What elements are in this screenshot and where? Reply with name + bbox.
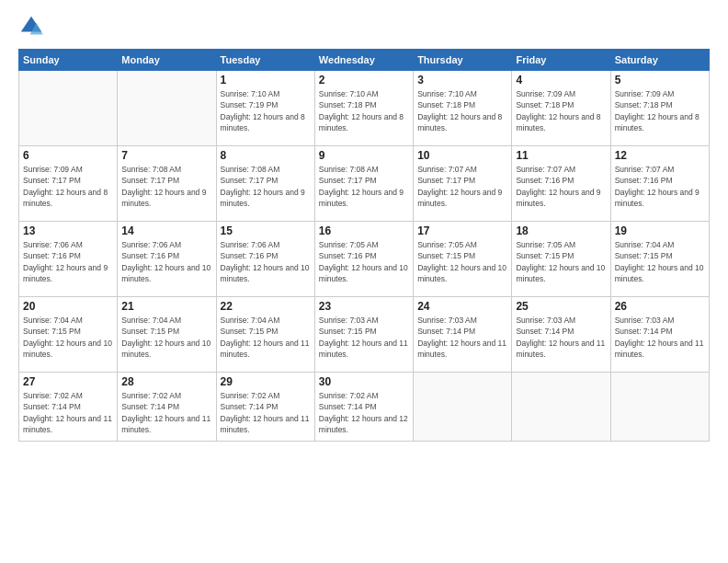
calendar-cell: 3Sunrise: 7:10 AMSunset: 7:18 PMDaylight… <box>414 71 512 146</box>
day-info: Sunrise: 7:02 AMSunset: 7:14 PMDaylight:… <box>221 390 311 435</box>
day-number: 22 <box>221 300 311 313</box>
day-number: 1 <box>221 74 311 86</box>
calendar-cell: 2Sunrise: 7:10 AMSunset: 7:18 PMDaylight… <box>314 71 413 146</box>
day-header-thursday: Thursday <box>414 50 512 71</box>
week-row-3: 20Sunrise: 7:04 AMSunset: 7:15 PMDayligh… <box>19 297 710 373</box>
day-number: 6 <box>23 149 113 162</box>
day-number: 10 <box>417 149 507 162</box>
calendar-cell: 21Sunrise: 7:04 AMSunset: 7:15 PMDayligh… <box>118 297 216 373</box>
day-info: Sunrise: 7:02 AMSunset: 7:14 PMDaylight:… <box>121 390 211 435</box>
calendar-header-row: SundayMondayTuesdayWednesdayThursdayFrid… <box>19 50 710 71</box>
day-number: 27 <box>23 375 113 388</box>
week-row-0: 1Sunrise: 7:10 AMSunset: 7:19 PMDaylight… <box>19 71 710 146</box>
calendar-cell <box>610 373 709 442</box>
day-number: 29 <box>221 375 311 388</box>
day-info: Sunrise: 7:03 AMSunset: 7:14 PMDaylight:… <box>417 315 507 360</box>
day-number: 25 <box>516 300 606 313</box>
calendar-cell: 6Sunrise: 7:09 AMSunset: 7:17 PMDaylight… <box>19 146 118 222</box>
calendar-cell: 25Sunrise: 7:03 AMSunset: 7:14 PMDayligh… <box>512 297 610 373</box>
day-header-sunday: Sunday <box>19 50 118 71</box>
day-number: 24 <box>417 300 507 313</box>
calendar-cell <box>118 71 216 146</box>
calendar-cell: 19Sunrise: 7:04 AMSunset: 7:15 PMDayligh… <box>610 222 709 297</box>
calendar-cell: 11Sunrise: 7:07 AMSunset: 7:16 PMDayligh… <box>512 146 610 222</box>
day-info: Sunrise: 7:07 AMSunset: 7:16 PMDaylight:… <box>615 164 705 209</box>
day-number: 12 <box>615 149 705 162</box>
calendar-cell: 24Sunrise: 7:03 AMSunset: 7:14 PMDayligh… <box>414 297 512 373</box>
calendar-cell: 13Sunrise: 7:06 AMSunset: 7:16 PMDayligh… <box>19 222 118 297</box>
day-number: 4 <box>516 74 606 86</box>
calendar-cell: 5Sunrise: 7:09 AMSunset: 7:18 PMDaylight… <box>610 71 709 146</box>
day-info: Sunrise: 7:07 AMSunset: 7:16 PMDaylight:… <box>516 164 606 209</box>
day-header-tuesday: Tuesday <box>216 50 314 71</box>
day-number: 14 <box>121 224 211 237</box>
day-number: 20 <box>23 300 113 313</box>
day-info: Sunrise: 7:10 AMSunset: 7:18 PMDaylight:… <box>319 88 409 133</box>
day-header-monday: Monday <box>118 50 216 71</box>
day-info: Sunrise: 7:03 AMSunset: 7:14 PMDaylight:… <box>615 315 705 360</box>
calendar-cell <box>414 373 512 442</box>
day-info: Sunrise: 7:04 AMSunset: 7:15 PMDaylight:… <box>615 239 705 284</box>
day-info: Sunrise: 7:02 AMSunset: 7:14 PMDaylight:… <box>319 390 409 435</box>
day-info: Sunrise: 7:10 AMSunset: 7:18 PMDaylight:… <box>417 88 507 133</box>
day-number: 28 <box>121 375 211 388</box>
day-info: Sunrise: 7:10 AMSunset: 7:19 PMDaylight:… <box>221 88 311 133</box>
calendar-cell: 27Sunrise: 7:02 AMSunset: 7:14 PMDayligh… <box>19 373 118 442</box>
day-info: Sunrise: 7:06 AMSunset: 7:16 PMDaylight:… <box>121 239 211 284</box>
day-number: 30 <box>319 375 409 388</box>
header <box>18 14 710 40</box>
day-number: 2 <box>319 74 409 86</box>
calendar-cell: 8Sunrise: 7:08 AMSunset: 7:17 PMDaylight… <box>216 146 314 222</box>
calendar-cell: 9Sunrise: 7:08 AMSunset: 7:17 PMDaylight… <box>314 146 413 222</box>
calendar-cell: 12Sunrise: 7:07 AMSunset: 7:16 PMDayligh… <box>610 146 709 222</box>
day-number: 17 <box>417 224 507 237</box>
day-info: Sunrise: 7:09 AMSunset: 7:18 PMDaylight:… <box>516 88 606 133</box>
day-number: 19 <box>615 224 705 237</box>
day-number: 15 <box>221 224 311 237</box>
day-info: Sunrise: 7:02 AMSunset: 7:14 PMDaylight:… <box>23 390 113 435</box>
day-info: Sunrise: 7:09 AMSunset: 7:18 PMDaylight:… <box>615 88 705 133</box>
day-header-wednesday: Wednesday <box>314 50 413 71</box>
calendar-cell: 30Sunrise: 7:02 AMSunset: 7:14 PMDayligh… <box>314 373 413 442</box>
day-number: 26 <box>615 300 705 313</box>
day-info: Sunrise: 7:06 AMSunset: 7:16 PMDaylight:… <box>23 239 113 284</box>
day-info: Sunrise: 7:04 AMSunset: 7:15 PMDaylight:… <box>221 315 311 360</box>
day-number: 5 <box>615 74 705 86</box>
calendar-cell: 17Sunrise: 7:05 AMSunset: 7:15 PMDayligh… <box>414 222 512 297</box>
calendar-cell: 20Sunrise: 7:04 AMSunset: 7:15 PMDayligh… <box>19 297 118 373</box>
day-info: Sunrise: 7:08 AMSunset: 7:17 PMDaylight:… <box>121 164 211 209</box>
calendar-cell: 15Sunrise: 7:06 AMSunset: 7:16 PMDayligh… <box>216 222 314 297</box>
calendar-cell <box>512 373 610 442</box>
day-info: Sunrise: 7:05 AMSunset: 7:15 PMDaylight:… <box>417 239 507 284</box>
day-info: Sunrise: 7:06 AMSunset: 7:16 PMDaylight:… <box>221 239 311 284</box>
calendar-cell: 7Sunrise: 7:08 AMSunset: 7:17 PMDaylight… <box>118 146 216 222</box>
logo <box>18 14 48 40</box>
day-number: 8 <box>221 149 311 162</box>
day-number: 11 <box>516 149 606 162</box>
calendar-cell: 22Sunrise: 7:04 AMSunset: 7:15 PMDayligh… <box>216 297 314 373</box>
day-number: 16 <box>319 224 409 237</box>
day-info: Sunrise: 7:04 AMSunset: 7:15 PMDaylight:… <box>121 315 211 360</box>
calendar-cell: 18Sunrise: 7:05 AMSunset: 7:15 PMDayligh… <box>512 222 610 297</box>
day-info: Sunrise: 7:09 AMSunset: 7:17 PMDaylight:… <box>23 164 113 209</box>
calendar-cell: 14Sunrise: 7:06 AMSunset: 7:16 PMDayligh… <box>118 222 216 297</box>
day-number: 21 <box>121 300 211 313</box>
day-number: 9 <box>319 149 409 162</box>
day-info: Sunrise: 7:03 AMSunset: 7:14 PMDaylight:… <box>516 315 606 360</box>
day-header-saturday: Saturday <box>610 50 709 71</box>
day-header-friday: Friday <box>512 50 610 71</box>
week-row-1: 6Sunrise: 7:09 AMSunset: 7:17 PMDaylight… <box>19 146 710 222</box>
day-number: 7 <box>121 149 211 162</box>
day-info: Sunrise: 7:05 AMSunset: 7:15 PMDaylight:… <box>516 239 606 284</box>
calendar: SundayMondayTuesdayWednesdayThursdayFrid… <box>18 49 710 442</box>
calendar-cell <box>19 71 118 146</box>
day-number: 3 <box>417 74 507 86</box>
day-info: Sunrise: 7:08 AMSunset: 7:17 PMDaylight:… <box>221 164 311 209</box>
calendar-cell: 4Sunrise: 7:09 AMSunset: 7:18 PMDaylight… <box>512 71 610 146</box>
calendar-cell: 29Sunrise: 7:02 AMSunset: 7:14 PMDayligh… <box>216 373 314 442</box>
day-number: 13 <box>23 224 113 237</box>
logo-icon <box>18 14 44 40</box>
calendar-cell: 28Sunrise: 7:02 AMSunset: 7:14 PMDayligh… <box>118 373 216 442</box>
day-info: Sunrise: 7:04 AMSunset: 7:15 PMDaylight:… <box>23 315 113 360</box>
day-number: 18 <box>516 224 606 237</box>
